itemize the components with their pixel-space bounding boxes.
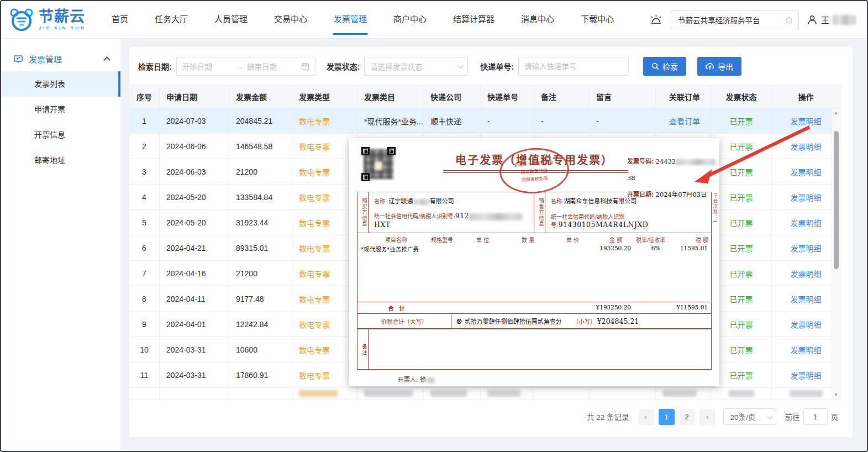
cell-type: 数电专票 (292, 286, 357, 311)
invoice-detail-link[interactable]: 发票明细 (772, 312, 840, 337)
invoice-detail-link[interactable]: 发票明细 (772, 210, 840, 235)
page-button-2[interactable]: 2 (679, 409, 695, 425)
cell-no: 10 (129, 337, 160, 362)
app-window: 节薪云 JIE XIN YUN 首页 任务大厅 人员管理 交易中心 发票管理 商… (0, 0, 868, 452)
issuer-label: 开票人: (398, 376, 418, 383)
home-icon[interactable] (784, 15, 794, 25)
col-header-type: 发票类型 (292, 85, 357, 108)
nav-settlement-calculator[interactable]: 结算计算器 (440, 1, 508, 39)
invoice-detail-link[interactable]: 发票明细 (772, 337, 840, 362)
cell-amount: 89315.01 (229, 235, 292, 260)
buyer-info: 名称: 辽宁联通有限公司 统一社会信用代码/纳税人识别号:912HXT (369, 192, 534, 233)
cell-amount: 9177.48 (229, 286, 292, 311)
user-menu[interactable]: 王 (807, 14, 856, 25)
nav-home[interactable]: 首页 (98, 1, 141, 39)
invoice-detail-link[interactable]: 发票明细 (772, 108, 840, 133)
blurred-text (364, 390, 413, 397)
cell-amount: 146548.58 (229, 134, 292, 159)
main-nav: 首页 任务大厅 人员管理 交易中心 发票管理 商户中心 结算计算器 消息中心 下… (98, 1, 627, 39)
table-scrollbar[interactable]: ▲ ▼ (832, 109, 840, 399)
seller-name: 湖南众东信息科技有限公司 (564, 198, 636, 205)
issuer-name: 徐 (420, 376, 426, 383)
chevron-up-icon (103, 56, 111, 64)
chevron-down-icon (457, 62, 464, 69)
blurred-text (299, 390, 338, 397)
total-amount: ¥193250.20 (567, 304, 631, 311)
prev-page-button[interactable]: ‹ (638, 409, 654, 425)
goto-suffix: 页 (831, 411, 839, 422)
date-start-input[interactable]: 开始日期 (182, 61, 233, 72)
chevron-down-icon (766, 413, 772, 419)
alarm-icon[interactable] (649, 13, 663, 27)
cell-no: 1 (129, 108, 160, 133)
nav-download-center[interactable]: 下载中心 (567, 1, 627, 39)
col-header-apply-date: 申请日期 (160, 85, 229, 108)
invoice-status-select[interactable]: 请选择发票状态 (364, 57, 468, 76)
redacted-buyer-name (413, 199, 430, 205)
invoice-detail-link[interactable]: 发票明细 (772, 362, 840, 387)
sidebar-group-invoice-management[interactable]: 发票管理 (1, 46, 120, 71)
invoice-detail-link[interactable]: 发票明细 (772, 134, 840, 159)
nav-merchant-center[interactable]: 商户中心 (380, 1, 440, 39)
date-filter-label: 检索日期: (138, 61, 172, 72)
scroll-up-arrow[interactable]: ▲ (832, 109, 840, 117)
sidebar-item-invoice-info[interactable]: 开票信息 (1, 122, 120, 148)
cell-type: 数电专票 (292, 108, 357, 133)
export-button[interactable]: 导出 (697, 57, 741, 76)
page-size-select[interactable]: 20条/页 (723, 408, 776, 425)
cell-apply-date: 2024-04-16 (160, 261, 229, 286)
cell-apply-date: 2024-04-11 (160, 286, 229, 311)
cell-courier: 顺丰快递 (424, 108, 481, 133)
invoice-detail-link[interactable]: 发票明细 (772, 286, 840, 311)
date-range-picker[interactable]: 开始日期 → 结束日期 (176, 57, 315, 76)
goto-page-input[interactable] (803, 408, 828, 425)
nav-personnel[interactable]: 人员管理 (201, 1, 261, 39)
date-end-input[interactable]: 结束日期 (247, 61, 298, 72)
item-name: *现代服务*业务推广费 (361, 245, 419, 253)
nav-task-hall[interactable]: 任务大厅 (141, 1, 201, 39)
platform-search-box[interactable] (671, 10, 799, 29)
search-button[interactable]: 检索 (643, 57, 686, 76)
sidebar-item-invoice-list[interactable]: 发票列表 (1, 71, 120, 97)
platform-search-input[interactable] (678, 15, 784, 24)
scrollbar-thumb[interactable] (834, 131, 839, 269)
nav-trade-center[interactable]: 交易中心 (261, 1, 320, 39)
invoice-status-placeholder: 请选择发票状态 (370, 61, 457, 72)
cell-amount: 12242.84 (229, 312, 292, 337)
cell-amount: 31923.44 (229, 210, 292, 235)
sidebar-item-mailing-address[interactable]: 邮寄地址 (1, 148, 120, 173)
scroll-down-arrow[interactable]: ▼ (832, 391, 840, 399)
cell-amount: 21200 (229, 261, 292, 286)
nav-invoice-management[interactable]: 发票管理 (320, 1, 380, 39)
page-button-1[interactable]: 1 (659, 409, 675, 425)
date-separator: → (236, 62, 244, 71)
blurred-text (487, 390, 520, 397)
seller-tax-id: 91430105MA4R4LNJXD (558, 220, 648, 229)
tracking-number-input[interactable] (518, 57, 629, 76)
invoice-total-row: 合计 ¥193250.20 ¥11595.01 (357, 302, 712, 314)
invoice-detail-link[interactable]: 发票明细 (772, 159, 840, 184)
logo[interactable]: 节薪云 JIE XIN YUN (9, 8, 92, 31)
cell-remark: - (534, 108, 590, 133)
cell-apply-date: 2024-04-21 (160, 235, 229, 260)
invoice-detail-link[interactable]: 发票明细 (772, 261, 840, 286)
grand-total-label: 价税合计（大写） (357, 314, 451, 328)
total-label: 合计 (388, 304, 411, 312)
invoice-detail-link[interactable]: 发票明细 (772, 185, 840, 209)
cell-no: 2 (129, 134, 160, 159)
next-page-button[interactable]: › (699, 409, 716, 425)
cloud-export-icon (706, 62, 714, 70)
invoice-remark-section: 备注 (357, 329, 712, 370)
cell-apply-date: 2024-05-20 (160, 185, 229, 209)
blurred-text (790, 390, 823, 397)
view-order-link[interactable]: 查看订单 (656, 108, 711, 133)
sidebar-item-apply-invoice[interactable]: 申请开票 (1, 97, 120, 122)
grand-total-value: ¥204845.21 (597, 317, 639, 325)
status-badge: 已开票 (711, 312, 772, 337)
download-count: 下载次数：1 (712, 193, 718, 223)
nav-message-center[interactable]: 消息中心 (508, 1, 567, 39)
pagination: 共 22 条记录 ‹ 1 2 › 20条/页 前往 页 (129, 400, 853, 425)
status-badge: 已开票 (711, 108, 772, 133)
invoice-detail-link[interactable]: 发票明细 (772, 235, 840, 260)
logo-title: 节薪云 (39, 9, 86, 24)
